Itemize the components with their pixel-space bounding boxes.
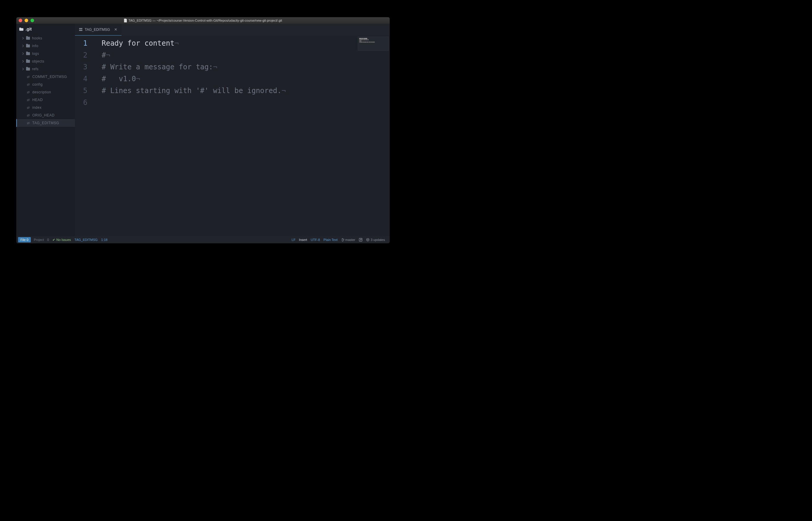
- grammar[interactable]: Plain Text: [322, 238, 340, 242]
- code-line[interactable]: #¬: [102, 49, 390, 61]
- code-line[interactable]: Ready for content¬: [102, 37, 390, 49]
- updates-button[interactable]: 3 updates: [364, 238, 387, 242]
- git-branch[interactable]: master: [339, 238, 357, 242]
- hidden-file-icon: [26, 98, 30, 102]
- tree-folder-objects[interactable]: objects: [16, 58, 75, 65]
- editor-body[interactable]: 123456 Ready for content¬#¬# Write a mes…: [75, 36, 390, 236]
- tree-item-label: description: [32, 90, 51, 94]
- check-icon: ✔: [52, 238, 55, 242]
- hidden-file-icon: [26, 83, 30, 87]
- external-link-icon: [359, 238, 363, 242]
- folder-icon: [26, 60, 30, 63]
- folder-icon: [26, 52, 30, 55]
- close-tab-button[interactable]: ✕: [114, 27, 117, 32]
- insert-mode[interactable]: Insert: [297, 238, 309, 242]
- hidden-file-icon: [26, 114, 30, 117]
- tab-tag-editmsg[interactable]: TAG_EDITMSG ✕: [75, 24, 121, 36]
- titlebar: TAG_EDITMSG — ~/Projects/course-Version-…: [16, 17, 390, 24]
- chevron-right-icon: [21, 68, 24, 70]
- chevron-right-icon: [21, 45, 24, 47]
- cursor-position[interactable]: 1:18: [99, 238, 109, 242]
- folder-icon: [26, 37, 30, 40]
- minimap[interactable]: ████ ██ ██████ █ ████ █ ███ ██ ██ █ ██ █…: [358, 37, 389, 51]
- file-lines-icon: [79, 28, 83, 31]
- zoom-window-button[interactable]: [30, 19, 34, 22]
- tree-item-label: TAG_EDITMSG: [32, 121, 59, 125]
- close-window-button[interactable]: [19, 19, 22, 22]
- app-window: TAG_EDITMSG — ~/Projects/course-Version-…: [16, 17, 390, 243]
- line-number: 1: [75, 37, 102, 49]
- line-gutter: 123456: [75, 36, 102, 236]
- status-bar: File 0 Project 0 ✔ No Issues TAG_EDITMSG…: [16, 236, 390, 243]
- tree-item-label: logs: [32, 51, 39, 56]
- hidden-file-icon: [26, 75, 30, 79]
- hidden-file-icon: [26, 121, 30, 125]
- sidebar: .git hooksinfologsobjectsrefsCOMMIT_EDIT…: [16, 24, 75, 236]
- folder-icon: [19, 27, 23, 31]
- tree-folder-refs[interactable]: refs: [16, 65, 75, 73]
- tree-file-orig_head[interactable]: ORIG_HEAD: [16, 111, 75, 119]
- package-icon: [366, 238, 370, 242]
- issues-status[interactable]: ✔ No Issues: [51, 238, 73, 242]
- tree-file-config[interactable]: config: [16, 81, 75, 88]
- tab-bar: TAG_EDITMSG ✕: [75, 24, 390, 36]
- tree-file-tag_editmsg[interactable]: TAG_EDITMSG: [16, 119, 75, 127]
- tree-folder-logs[interactable]: logs: [16, 50, 75, 58]
- project-diagnostics-button[interactable]: Project 0: [32, 238, 51, 242]
- tree-file-index[interactable]: index: [16, 104, 75, 111]
- folder-icon: [26, 68, 30, 70]
- tree-folder-hooks[interactable]: hooks: [16, 35, 75, 42]
- tree-file-head[interactable]: HEAD: [16, 96, 75, 104]
- tree-item-label: objects: [32, 59, 44, 63]
- hidden-file-icon: [26, 106, 30, 110]
- tree-item-label: ORIG_HEAD: [32, 113, 54, 117]
- line-number: 3: [75, 61, 102, 73]
- chevron-right-icon: [21, 60, 24, 63]
- open-external-button[interactable]: [357, 238, 364, 242]
- encoding[interactable]: UTF-8: [309, 238, 322, 242]
- line-ending[interactable]: LF: [290, 238, 297, 242]
- tree-item-label: hooks: [32, 36, 42, 40]
- chevron-right-icon: [21, 52, 24, 55]
- tree-item-label: COMMIT_EDITMSG: [32, 75, 67, 79]
- tree-item-label: HEAD: [32, 98, 43, 102]
- project-name: .git: [25, 27, 32, 31]
- code-content[interactable]: Ready for content¬#¬# Write a message fo…: [102, 36, 390, 236]
- file-icon: [124, 19, 127, 23]
- tree-item-label: refs: [32, 67, 39, 71]
- line-number: 5: [75, 85, 102, 97]
- tree-file-commit_editmsg[interactable]: COMMIT_EDITMSG: [16, 73, 75, 81]
- file-tree: hooksinfologsobjectsrefsCOMMIT_EDITMSGco…: [16, 35, 75, 127]
- hidden-file-icon: [26, 90, 30, 94]
- tree-folder-info[interactable]: info: [16, 42, 75, 50]
- line-number: 4: [75, 73, 102, 85]
- tree-item-label: info: [32, 44, 38, 48]
- code-line[interactable]: # v1.0¬: [102, 73, 390, 85]
- window-controls: [19, 19, 34, 22]
- file-diagnostics-button[interactable]: File 0: [18, 237, 31, 243]
- folder-icon: [26, 44, 30, 47]
- tree-file-description[interactable]: description: [16, 88, 75, 96]
- project-header[interactable]: .git: [16, 24, 75, 35]
- line-number: 2: [75, 49, 102, 61]
- status-filename[interactable]: TAG_EDITMSG: [73, 238, 99, 242]
- minimize-window-button[interactable]: [25, 19, 28, 22]
- branch-icon: [341, 238, 344, 242]
- line-number: 6: [75, 97, 102, 109]
- code-line[interactable]: # Write a message for tag:¬: [102, 61, 390, 73]
- window-title: TAG_EDITMSG — ~/Projects/course-Version-…: [124, 19, 282, 23]
- window-title-text: TAG_EDITMSG — ~/Projects/course-Version-…: [128, 19, 282, 22]
- tree-item-label: index: [32, 106, 42, 110]
- editor-area: TAG_EDITMSG ✕ 123456 Ready for content¬#…: [75, 24, 390, 236]
- tab-label: TAG_EDITMSG: [85, 27, 110, 32]
- main-area: .git hooksinfologsobjectsrefsCOMMIT_EDIT…: [16, 24, 390, 236]
- chevron-right-icon: [21, 37, 24, 40]
- code-line[interactable]: # Lines starting with '#' will be ignore…: [102, 85, 390, 97]
- tree-item-label: config: [32, 83, 43, 87]
